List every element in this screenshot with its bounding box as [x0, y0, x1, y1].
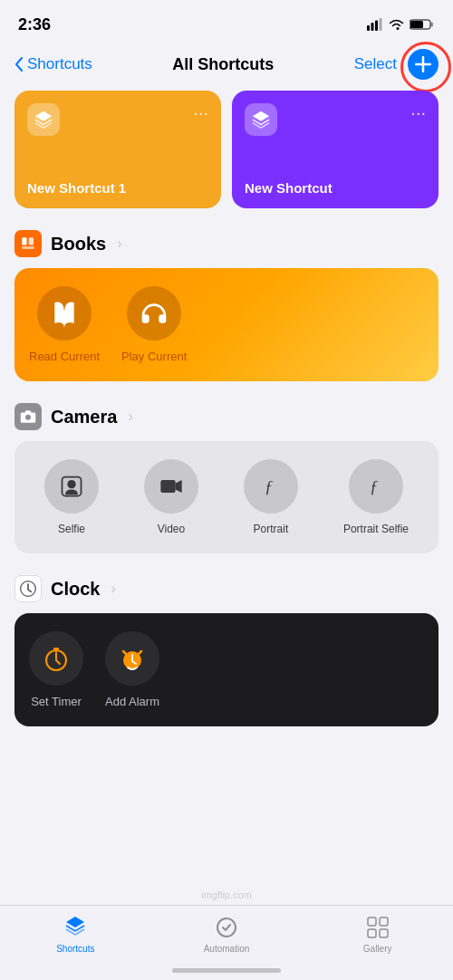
portrait-selfie-svg-icon: ƒ — [363, 474, 389, 499]
add-shortcut-button[interactable] — [408, 49, 439, 80]
svg-text:ƒ: ƒ — [265, 477, 273, 496]
svg-rect-7 — [22, 237, 26, 245]
selfie-svg-icon — [59, 474, 84, 499]
svg-point-10 — [25, 415, 31, 420]
headphones-icon — [140, 299, 169, 328]
books-section: Books › Read Current Play Current — [14, 230, 439, 381]
shortcut-more-1[interactable]: ··· — [193, 103, 208, 121]
svg-rect-5 — [410, 21, 423, 28]
camera-item-selfie[interactable]: Selfie — [44, 459, 99, 535]
gallery-icon — [365, 915, 390, 940]
play-current-label: Play Current — [121, 350, 187, 363]
books-section-icon — [14, 230, 42, 257]
svg-rect-8 — [29, 237, 34, 245]
tab-shortcuts[interactable]: Shortcuts — [0, 915, 151, 954]
books-icon — [20, 235, 36, 252]
clock-section: Clock › Set Timer — [14, 575, 439, 726]
timer-icon — [29, 631, 83, 686]
shortcut-icon-1 — [27, 103, 60, 136]
shortcut-card-2-header: ··· — [245, 103, 426, 136]
shortcuts-icon — [63, 915, 88, 940]
selfie-label: Selfie — [58, 523, 85, 535]
nav-title: All Shortcuts — [172, 55, 274, 74]
svg-rect-23 — [380, 918, 388, 926]
automation-tab-icon — [214, 915, 239, 940]
camera-icon — [20, 408, 36, 425]
status-bar: 2:36 — [0, 0, 453, 45]
shortcuts-tab-label: Shortcuts — [56, 944, 94, 954]
play-icon — [127, 286, 181, 341]
home-indicator — [172, 968, 281, 973]
shortcuts-tab-icon — [63, 915, 88, 940]
selfie-icon — [44, 459, 99, 514]
status-icons — [367, 18, 435, 31]
svg-rect-24 — [368, 929, 376, 937]
book-item-play[interactable]: Play Current — [121, 286, 187, 363]
gallery-tab-label: Gallery — [363, 944, 392, 954]
shortcut-more-2[interactable]: ··· — [410, 103, 426, 121]
portrait-selfie-icon: ƒ — [349, 459, 403, 514]
layers-icon — [34, 110, 53, 130]
svg-rect-22 — [368, 918, 376, 926]
portrait-icon: ƒ — [244, 459, 298, 514]
camera-card: Selfie Video ƒ Portrait — [14, 441, 439, 553]
svg-rect-1 — [371, 23, 374, 31]
camera-item-portrait[interactable]: ƒ Portrait — [244, 459, 298, 535]
svg-rect-0 — [367, 25, 370, 31]
books-section-header: Books › — [14, 230, 439, 257]
svg-rect-2 — [375, 21, 378, 32]
svg-rect-9 — [22, 246, 34, 249]
portrait-label: Portrait — [254, 523, 289, 535]
back-label: Shortcuts — [27, 55, 92, 73]
watermark: imgflip.com — [0, 889, 453, 900]
camera-section-header: Camera › — [14, 403, 439, 430]
clock-icon — [19, 580, 37, 598]
automation-icon — [214, 915, 239, 940]
video-icon — [144, 459, 198, 514]
camera-item-video[interactable]: Video — [144, 459, 198, 535]
svg-rect-13 — [160, 480, 175, 493]
wifi-icon — [389, 19, 404, 31]
shortcut-card-1-header: ··· — [27, 103, 208, 136]
nav-actions: Select — [354, 49, 439, 80]
book-read-icon — [50, 299, 79, 328]
portrait-selfie-label: Portrait Selfie — [343, 523, 409, 535]
camera-section: Camera › Selfie — [14, 403, 439, 553]
back-button[interactable]: Shortcuts — [14, 55, 92, 73]
camera-item-portrait-selfie[interactable]: ƒ Portrait Selfie — [343, 459, 409, 535]
shortcut-card-2[interactable]: ··· New Shortcut — [232, 91, 439, 208]
camera-section-icon — [14, 403, 42, 430]
shortcut-icon-2 — [245, 103, 277, 136]
back-chevron-icon — [14, 57, 24, 72]
camera-title: Camera — [51, 407, 117, 428]
book-item-read[interactable]: Read Current — [29, 286, 100, 363]
tab-gallery[interactable]: Gallery — [302, 915, 453, 954]
set-timer-label: Set Timer — [31, 695, 82, 708]
clock-section-header: Clock › — [14, 575, 439, 602]
layers-icon-2 — [251, 110, 271, 130]
battery-icon — [410, 18, 435, 31]
svg-text:ƒ: ƒ — [370, 477, 378, 496]
camera-chevron-icon[interactable]: › — [128, 408, 132, 425]
gallery-tab-icon — [365, 915, 390, 940]
clock-item-alarm[interactable]: Add Alarm — [105, 631, 159, 708]
add-alarm-label: Add Alarm — [105, 695, 159, 708]
clock-card: Set Timer Add Alarm — [14, 613, 439, 726]
plus-icon — [415, 56, 431, 72]
tab-automation[interactable]: Automation — [151, 915, 303, 954]
clock-item-timer[interactable]: Set Timer — [29, 631, 83, 708]
shortcut-card-1[interactable]: ··· New Shortcut 1 — [14, 91, 221, 208]
books-title: Books — [51, 234, 106, 255]
clock-chevron-icon[interactable]: › — [111, 581, 115, 597]
automation-tab-label: Automation — [204, 944, 250, 954]
content-area: ··· New Shortcut 1 ··· New Shortcut — [0, 91, 453, 899]
read-current-label: Read Current — [29, 350, 100, 363]
books-chevron-icon[interactable]: › — [117, 235, 121, 252]
select-button[interactable]: Select — [354, 55, 397, 73]
read-icon — [37, 286, 92, 341]
svg-rect-3 — [380, 18, 382, 31]
alarm-icon — [105, 631, 159, 686]
nav-bar: Shortcuts All Shortcuts Select — [0, 45, 453, 91]
shortcut-name-1: New Shortcut 1 — [27, 180, 208, 196]
svg-rect-6 — [431, 23, 434, 27]
